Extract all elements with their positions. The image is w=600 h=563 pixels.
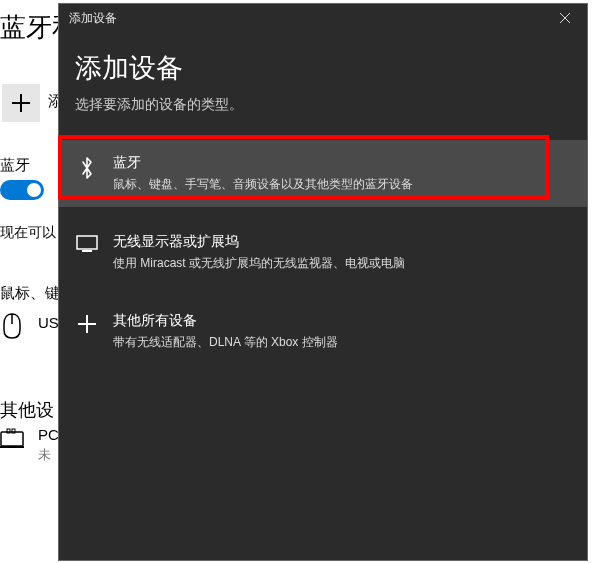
option-desc: 带有无线适配器、DLNA 等的 Xbox 控制器	[113, 334, 571, 351]
option-wireless-display[interactable]: 无线显示器或扩展坞 使用 Miracast 或无线扩展坞的无线监视器、电视或电脑	[59, 219, 587, 286]
option-desc: 使用 Miracast 或无线扩展坞的无线监视器、电视或电脑	[113, 255, 571, 272]
plus-icon	[12, 94, 30, 112]
device-icon	[0, 428, 30, 450]
add-device-dialog: 添加设备 添加设备 选择要添加的设备的类型。 蓝牙 鼠标、键盘、手写笔、音频设备…	[58, 3, 588, 561]
option-other[interactable]: 其他所有设备 带有无线适配器、DLNA 等的 Xbox 控制器	[59, 298, 587, 365]
bg-add-button[interactable]	[2, 84, 40, 122]
dialog-subtext: 选择要添加的设备的类型。	[75, 96, 571, 114]
display-icon	[75, 233, 99, 253]
bg-bluetooth-toggle[interactable]	[0, 180, 44, 200]
bg-discover-text: 现在可以	[0, 224, 56, 242]
close-button[interactable]	[543, 4, 587, 32]
bg-other-subhead: 其他设	[0, 398, 54, 422]
option-desc: 鼠标、键盘、手写笔、音频设备以及其他类型的蓝牙设备	[113, 176, 571, 193]
bg-bt-subhead: 蓝牙	[0, 156, 30, 175]
dialog-body: 添加设备 选择要添加的设备的类型。	[59, 32, 587, 114]
bg-mouse-subhead: 鼠标、键	[0, 284, 60, 303]
dialog-title-text: 添加设备	[69, 10, 117, 27]
bg-pc-label: PC	[38, 426, 59, 443]
svg-rect-4	[77, 236, 97, 249]
option-bluetooth[interactable]: 蓝牙 鼠标、键盘、手写笔、音频设备以及其他类型的蓝牙设备	[59, 140, 587, 207]
option-title: 其他所有设备	[113, 312, 571, 330]
bg-pc-status: 未	[38, 446, 51, 464]
option-title: 无线显示器或扩展坞	[113, 233, 571, 251]
bg-usb-label: US	[38, 314, 59, 331]
svg-rect-1	[0, 446, 24, 448]
svg-rect-0	[1, 432, 23, 446]
close-icon	[559, 12, 571, 24]
bluetooth-icon	[75, 154, 99, 180]
option-title: 蓝牙	[113, 154, 571, 172]
mouse-icon	[2, 312, 22, 340]
dialog-titlebar: 添加设备	[59, 4, 587, 32]
svg-rect-5	[82, 250, 92, 252]
plus-icon	[75, 312, 99, 334]
dialog-heading: 添加设备	[75, 50, 571, 86]
device-type-list: 蓝牙 鼠标、键盘、手写笔、音频设备以及其他类型的蓝牙设备 无线显示器或扩展坞 使…	[59, 140, 587, 365]
